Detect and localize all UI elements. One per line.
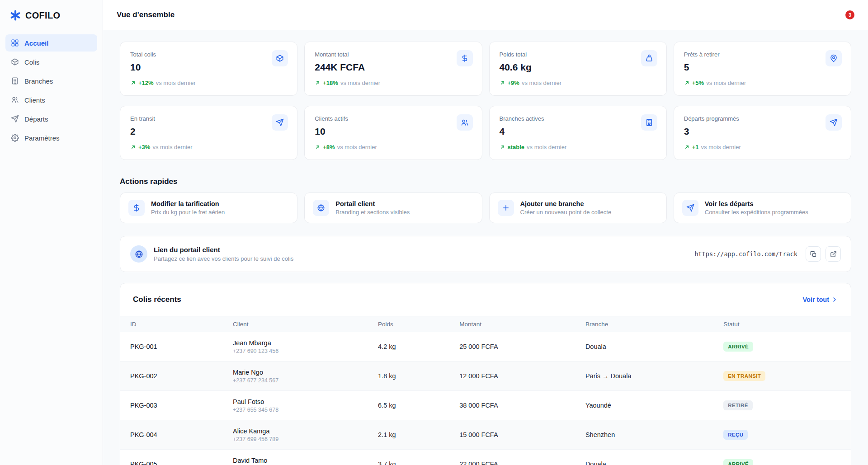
sidebar-item-parametres[interactable]: Paramètres — [5, 129, 97, 146]
package-branch: Douala — [585, 343, 723, 350]
quick-action-ajouter-une-branche[interactable]: Ajouter une branche Créer un nouveau poi… — [489, 193, 667, 223]
chevron-right-icon — [831, 296, 838, 303]
stat-value: 2 — [130, 126, 287, 137]
weight-icon — [641, 50, 657, 66]
portal-link-subtitle: Partagez ce lien avec vos clients pour l… — [154, 255, 293, 262]
sidebar-item-label: Colis — [24, 58, 39, 66]
package-branch: Paris → Douala — [585, 372, 723, 380]
sidebar-item-label: Clients — [24, 96, 45, 104]
status-badge: RETIRÉ — [723, 400, 753, 410]
stat-trend-suffix: vs mois dernier — [527, 144, 566, 150]
package-amount: 25 000 FCFA — [459, 343, 585, 350]
topbar: Vue d'ensemble 3 — [103, 0, 868, 30]
stat-trend-suffix: vs mois dernier — [522, 80, 561, 86]
copy-icon — [810, 251, 817, 258]
sidebar-item-label: Accueil — [24, 39, 48, 47]
sidebar-item-clients[interactable]: Clients — [5, 91, 97, 108]
stat-trend-suffix: vs mois dernier — [337, 144, 377, 150]
quick-action-voir-les-departs[interactable]: Voir les départs Consulter les expéditio… — [674, 193, 851, 223]
table-header: ID Client Poids Montant Branche Statut — [120, 316, 851, 332]
cofilo-logo-icon — [10, 10, 21, 21]
table-row[interactable]: PKG-003 Paul Fotso +237 655 345 678 6.5 … — [120, 391, 851, 420]
table-row[interactable]: PKG-001 Jean Mbarga +237 690 123 456 4.2… — [120, 332, 851, 362]
send-icon — [11, 115, 19, 123]
client-name: David Tamo — [233, 457, 378, 464]
stat-value: 5 — [684, 62, 841, 73]
portal-url: https://app.cofilo.com/track — [694, 250, 797, 258]
dollar-icon — [457, 50, 473, 66]
stat-card-montant-total: Montant total 244K FCFA +18% vs mois der… — [304, 42, 482, 96]
stat-label: Total colis — [130, 51, 287, 58]
stat-trend: +12% vs mois dernier — [130, 80, 287, 86]
table-row[interactable]: PKG-002 Marie Ngo +237 677 234 567 1.8 k… — [120, 362, 851, 391]
trend-up-icon — [130, 80, 136, 86]
stat-value: 244K FCFA — [315, 62, 472, 73]
stat-card-en-transit: En transit 2 +3% vs mois dernier — [120, 106, 297, 160]
status-cell: REÇU — [723, 430, 838, 440]
column-header-statut: Statut — [723, 321, 838, 328]
sidebar-item-accueil[interactable]: Accueil — [5, 34, 97, 52]
package-icon — [11, 58, 19, 66]
trend-up-icon — [130, 144, 136, 150]
quick-action-modifier-la-tarification[interactable]: Modifier la tarification Prix du kg pour… — [120, 193, 297, 223]
table-row[interactable]: PKG-004 Alice Kamga +237 699 456 789 2.1… — [120, 420, 851, 450]
column-header-montant: Montant — [459, 321, 585, 328]
stats-grid: Total colis 10 +12% vs mois dernier Mont… — [120, 42, 851, 160]
package-amount: 22 000 FCFA — [459, 460, 585, 465]
stat-trend: +8% vs mois dernier — [315, 144, 472, 150]
package-id: PKG-004 — [130, 431, 233, 438]
client-phone: +237 699 456 789 — [233, 436, 378, 442]
stat-trend-value: +3% — [138, 144, 150, 150]
action-title: Modifier la tarification — [151, 200, 225, 207]
quick-actions-title: Actions rapides — [120, 177, 851, 186]
view-all-link[interactable]: Voir tout — [802, 296, 838, 303]
recent-packages-title: Colis récents — [133, 295, 181, 304]
stat-value: 10 — [315, 126, 472, 137]
action-subtitle: Branding et sections visibles — [335, 209, 410, 216]
send-icon — [682, 200, 698, 216]
plus-icon — [498, 200, 514, 216]
main-area: Vue d'ensemble 3 Total colis 10 +12% vs … — [103, 0, 868, 465]
portal-link-title: Lien du portail client — [154, 246, 293, 254]
sidebar-item-departs[interactable]: Départs — [5, 110, 97, 127]
column-header-id: ID — [130, 321, 233, 328]
open-link-button[interactable] — [826, 246, 841, 262]
action-subtitle: Consulter les expéditions programmées — [705, 209, 808, 216]
package-amount: 38 000 FCFA — [459, 402, 585, 409]
package-id: PKG-003 — [130, 402, 233, 409]
column-header-client: Client — [233, 321, 378, 328]
action-title: Ajouter une branche — [520, 200, 612, 207]
quick-action-portail-client[interactable]: Portail client Branding et sections visi… — [304, 193, 482, 223]
trend-up-icon — [315, 144, 321, 150]
page-title: Vue d'ensemble — [117, 10, 175, 19]
client-name: Marie Ngo — [233, 369, 378, 376]
packages-table: ID Client Poids Montant Branche Statut P… — [120, 316, 851, 465]
stat-card-clients-actifs: Clients actifs 10 +8% vs mois dernier — [304, 106, 482, 160]
stat-trend-value: +1 — [692, 144, 699, 150]
send-icon — [826, 114, 842, 131]
sidebar-item-label: Départs — [24, 115, 48, 123]
column-header-poids: Poids — [378, 321, 459, 328]
stat-card-branches-actives: Branches actives 4 stable vs mois dernie… — [489, 106, 667, 160]
sidebar-item-branches[interactable]: Branches — [5, 72, 97, 89]
recent-packages-card: Colis récents Voir tout ID Client Poids … — [120, 283, 851, 465]
stat-trend: +5% vs mois dernier — [684, 80, 841, 86]
globe-icon — [313, 200, 329, 216]
stat-trend-suffix: vs mois dernier — [706, 80, 746, 86]
package-branch: Douala — [585, 460, 723, 465]
client-cell: Paul Fotso +237 655 345 678 — [233, 398, 378, 413]
stat-trend-suffix: vs mois dernier — [340, 80, 380, 86]
copy-link-button[interactable] — [806, 246, 821, 262]
stat-trend-value: +18% — [323, 80, 338, 86]
package-icon — [272, 50, 288, 66]
sidebar-item-label: Branches — [24, 77, 53, 85]
table-row[interactable]: PKG-005 David Tamo +237 670 567 890 3.7 … — [120, 450, 851, 465]
stat-label: Montant total — [315, 51, 472, 58]
action-subtitle: Prix du kg pour le fret aérien — [151, 209, 225, 216]
sidebar-item-colis[interactable]: Colis — [5, 53, 97, 70]
stat-trend-value: +9% — [508, 80, 519, 86]
package-id: PKG-005 — [130, 460, 233, 465]
status-cell: EN TRANSIT — [723, 371, 838, 381]
trend-up-icon — [500, 80, 505, 86]
notification-badge[interactable]: 3 — [845, 10, 854, 19]
